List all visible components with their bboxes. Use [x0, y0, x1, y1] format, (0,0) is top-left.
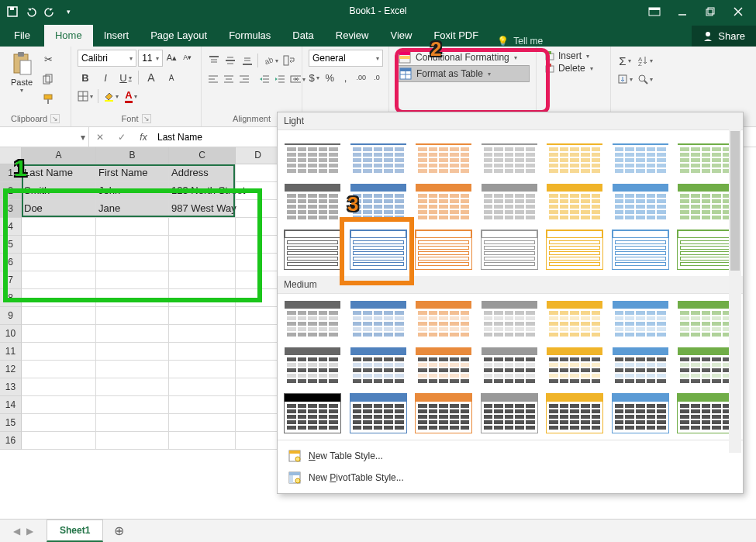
cell-d10[interactable]	[236, 325, 281, 343]
conditional-formatting-button[interactable]: Conditional Formatting▾	[395, 50, 530, 65]
table-style-thumb[interactable]	[612, 230, 669, 270]
tab-insert[interactable]: Insert	[93, 25, 140, 47]
cell-b16[interactable]	[96, 432, 169, 450]
tab-formulas[interactable]: Formulas	[218, 25, 281, 47]
sheet-tab-sheet1[interactable]: Sheet1	[47, 520, 103, 542]
bold-button[interactable]: B	[78, 70, 93, 85]
cell-a1[interactable]: Last Name	[22, 164, 96, 182]
row-header-2[interactable]: 2	[0, 182, 22, 200]
wrap-text-icon[interactable]	[283, 53, 295, 68]
table-style-thumb[interactable]	[481, 393, 538, 433]
row-header-13[interactable]: 13	[0, 378, 22, 396]
table-style-thumb[interactable]	[612, 300, 669, 340]
undo-icon[interactable]	[25, 5, 37, 18]
cell-d1[interactable]	[236, 164, 281, 182]
table-style-thumb[interactable]	[415, 136, 472, 177]
cell-d3[interactable]	[236, 200, 281, 218]
table-style-thumb[interactable]	[284, 230, 341, 270]
fill-icon[interactable]	[617, 71, 633, 87]
table-style-thumb[interactable]	[612, 136, 669, 177]
table-style-thumb[interactable]	[546, 183, 603, 223]
table-style-thumb[interactable]	[415, 393, 472, 433]
cell-a12[interactable]	[22, 361, 96, 378]
table-style-thumb[interactable]	[481, 183, 538, 223]
cell-c9[interactable]	[169, 307, 236, 325]
cell-c6[interactable]	[169, 254, 236, 271]
cut-icon[interactable]: ✂	[40, 51, 56, 67]
table-style-thumb[interactable]	[284, 183, 341, 223]
cell-c2[interactable]: 123 North Street	[169, 182, 236, 200]
cell-a7[interactable]	[22, 271, 96, 289]
increase-decimal-icon[interactable]: .00	[356, 70, 367, 85]
fill-color-icon[interactable]	[103, 88, 119, 104]
align-bottom-icon[interactable]	[241, 53, 253, 68]
table-style-thumb[interactable]	[677, 183, 734, 223]
name-box[interactable]: ▾	[0, 127, 89, 147]
row-header-10[interactable]: 10	[0, 325, 22, 343]
cell-b9[interactable]	[96, 307, 169, 325]
row-header-16[interactable]: 16	[0, 432, 22, 450]
decrease-decimal-icon[interactable]: .0	[371, 70, 382, 85]
insert-cells-button[interactable]: Insert▾	[543, 50, 604, 62]
font-launcher-icon[interactable]: ↘	[142, 114, 151, 123]
table-style-thumb[interactable]	[677, 136, 734, 177]
gallery-scrollbar[interactable]	[729, 129, 741, 453]
cell-d9[interactable]	[236, 307, 281, 325]
cell-d14[interactable]	[236, 396, 281, 414]
cell-a15[interactable]	[22, 414, 96, 432]
align-top-icon[interactable]	[208, 53, 219, 68]
col-header-d[interactable]: D	[236, 147, 281, 164]
cell-a10[interactable]	[22, 325, 96, 343]
table-style-thumb[interactable]	[677, 393, 734, 433]
format-painter-icon[interactable]	[40, 91, 56, 107]
row-header-7[interactable]: 7	[0, 271, 22, 289]
cell-a8[interactable]	[22, 289, 96, 307]
table-style-thumb[interactable]	[546, 300, 603, 340]
cell-c14[interactable]	[169, 396, 236, 414]
cell-c8[interactable]	[169, 289, 236, 307]
number-format-combo[interactable]: General▾	[309, 50, 383, 67]
cell-c13[interactable]	[169, 378, 236, 396]
new-sheet-button[interactable]: ⊕	[108, 523, 129, 538]
gallery-scrollbar-thumb[interactable]	[730, 131, 740, 271]
cell-b11[interactable]	[96, 343, 169, 361]
row-header-8[interactable]: 8	[0, 289, 22, 307]
cell-a3[interactable]: Doe	[22, 200, 96, 218]
cell-b4[interactable]	[96, 218, 169, 236]
enter-formula-icon[interactable]: ✓	[111, 132, 133, 143]
cell-a6[interactable]	[22, 254, 96, 271]
tab-file[interactable]: File	[0, 25, 44, 47]
decrease-font-icon[interactable]: A▾	[181, 50, 195, 65]
grow-a-icon[interactable]: A	[143, 70, 159, 85]
sheet-nav-prev-icon[interactable]: ◀	[13, 526, 20, 537]
currency-icon[interactable]: $	[309, 70, 319, 85]
row-header-4[interactable]: 4	[0, 218, 22, 236]
table-style-thumb[interactable]	[350, 136, 407, 177]
font-name-combo[interactable]: Calibri▾	[78, 50, 136, 67]
cell-a9[interactable]	[22, 307, 96, 325]
row-header-12[interactable]: 12	[0, 361, 22, 378]
cell-c11[interactable]	[169, 343, 236, 361]
qat-customize-icon[interactable]: ▾	[62, 5, 74, 18]
cell-c12[interactable]	[169, 361, 236, 378]
minimize-icon[interactable]	[675, 5, 689, 19]
table-style-thumb[interactable]	[415, 300, 472, 340]
cell-d12[interactable]	[236, 361, 281, 378]
col-header-b[interactable]: B	[96, 147, 169, 164]
cell-d5[interactable]	[236, 236, 281, 254]
table-style-thumb[interactable]	[284, 300, 341, 340]
table-style-thumb[interactable]	[612, 347, 669, 387]
cell-d8[interactable]	[236, 289, 281, 307]
cell-d6[interactable]	[236, 254, 281, 271]
cell-b12[interactable]	[96, 361, 169, 378]
tab-view[interactable]: View	[379, 25, 423, 47]
table-style-thumb[interactable]	[350, 347, 407, 387]
table-style-thumb[interactable]	[481, 136, 538, 177]
cell-a11[interactable]	[22, 343, 96, 361]
cell-c15[interactable]	[169, 414, 236, 432]
find-select-icon[interactable]	[637, 71, 653, 87]
restore-icon[interactable]	[703, 5, 717, 19]
fx-icon[interactable]: fx	[133, 132, 154, 143]
table-style-thumb[interactable]	[284, 347, 341, 387]
italic-button[interactable]: I	[98, 70, 113, 85]
